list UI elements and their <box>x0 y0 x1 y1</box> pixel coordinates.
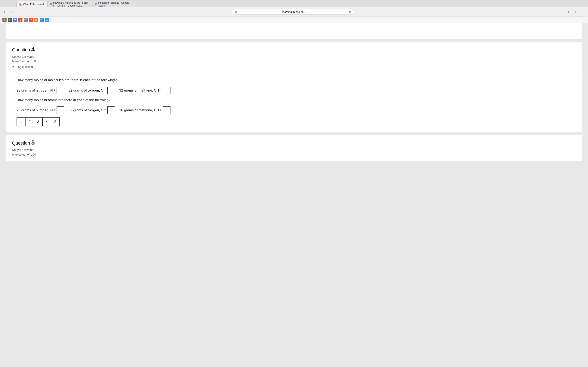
molecule-methane: 32 grams of methane, CH4 <box>119 87 171 94</box>
page-content: Question 4 Not yet answered Marked out o… <box>0 23 588 172</box>
question-4-number: 4 <box>31 46 35 53</box>
num-btn-2[interactable]: 2 <box>25 117 34 126</box>
bookmark-m[interactable]: m <box>34 18 38 22</box>
share-button[interactable]: ⬆ <box>565 9 571 15</box>
question-4-marks: Marked out of 1.00 <box>12 59 576 63</box>
flag-question-4-label: Flag question <box>16 65 33 68</box>
url-text: learning.fresno.edu <box>239 10 349 13</box>
tab-label-google1: how many molecules are in 16g of methane… <box>53 1 90 7</box>
question-5-meta: Not yet answered Marked out of 1.00 <box>12 148 576 157</box>
atom-oxygen-label: 32 grams of oxygen, O <box>68 108 104 112</box>
question-5-header: Question 5 Not yet answered Marked out o… <box>6 135 582 161</box>
question-4-title: Question 4 <box>12 46 576 53</box>
address-bar[interactable]: 🔒 learning.fresno.edu ↻ <box>232 9 354 15</box>
atom-oxygen: 32 grams of oxygen, O2 <box>68 106 115 114</box>
molecule-oxygen: 32 grams of oxygen, O2 <box>68 87 115 94</box>
bookmark-box[interactable]: □ <box>45 18 49 22</box>
question-4-molecules-row: 28 grams of nitrogen, N2 32 grams of oxy… <box>17 87 571 94</box>
number-buttons: 1 2 3 4 5 <box>17 117 571 126</box>
molecule-methane-label: 32 grams of methane, CH <box>119 89 159 92</box>
prev-question-stub <box>6 23 582 39</box>
tab-label-chap17: Chap 17 homework <box>23 3 44 6</box>
atom-oxygen-answer-box[interactable] <box>107 106 115 114</box>
question-4-molecules-intro: How many moles of molecules are there in… <box>17 78 571 83</box>
molecule-nitrogen-label: 28 grams of nitrogen, N <box>17 89 53 92</box>
bookmark-star[interactable]: ★ <box>13 18 17 22</box>
bookmark-sn[interactable]: SN <box>29 18 33 22</box>
nav-buttons: ⊡ ‹ › <box>2 9 22 15</box>
atom-methane-label: 16 grams of methane, CH <box>119 108 159 112</box>
question-5-card: Question 5 Not yet answered Marked out o… <box>6 135 582 161</box>
num-btn-5[interactable]: 5 <box>51 117 60 126</box>
reload-button[interactable]: ↻ <box>349 10 351 13</box>
tab-google2[interactable]: G screenshot on mac - Google Search <box>93 1 138 7</box>
tab-chap17[interactable]: 🏠 Chap 17 homework <box>16 1 47 7</box>
num-btn-1[interactable]: 1 <box>17 117 26 126</box>
atom-nitrogen: 28 grams of nitrogen, N2 <box>17 106 64 114</box>
atom-methane-sub: 4 <box>160 109 161 112</box>
question-4-meta: Not yet answered Marked out of 1.00 <box>12 54 576 64</box>
tab-favicon-google2: G <box>95 3 97 6</box>
atom-nitrogen-sub: 2 <box>54 109 55 112</box>
atom-nitrogen-label: 28 grams of nitrogen, N <box>17 108 53 112</box>
question-4-body: How many moles of molecules are there in… <box>6 73 582 132</box>
browser-toolbar: ⊡ ‹ › 🔒 learning.fresno.edu ↻ ⬆ + ⊞ <box>0 7 588 16</box>
question-5-number: 5 <box>31 139 35 146</box>
question-4-status: Not yet answered <box>12 54 576 59</box>
question-5-title: Question 5 <box>12 139 576 146</box>
molecule-oxygen-sub: 2 <box>104 89 106 92</box>
bookmark-notifications[interactable]: 🔔 <box>2 18 7 22</box>
tabs-bar: 🏠 Chap 17 homework G how many molecules … <box>0 0 588 7</box>
atom-oxygen-sub: 2 <box>104 109 106 112</box>
new-tab-button[interactable]: + <box>572 9 578 15</box>
question-4-card: Question 4 Not yet answered Marked out o… <box>6 42 582 132</box>
tab-google1[interactable]: G how many molecules are in 16g of metha… <box>47 1 92 7</box>
bookmark-sd[interactable]: SD <box>24 18 28 22</box>
molecule-nitrogen-sub: 2 <box>54 89 55 92</box>
molecule-oxygen-answer-box[interactable] <box>107 87 115 94</box>
browser-chrome: 🏠 Chap 17 homework G how many molecules … <box>0 0 588 23</box>
molecule-nitrogen: 28 grams of nitrogen, N2 <box>17 87 64 94</box>
molecule-oxygen-label: 32 grams of oxygen, O <box>68 89 104 92</box>
molecule-methane-sub: 4 <box>160 89 161 92</box>
atom-methane-answer-box[interactable] <box>163 106 171 114</box>
bookmark-p[interactable]: P <box>8 18 12 22</box>
question-4-atoms-row: 28 grams of nitrogen, N2 32 grams of oxy… <box>17 106 571 114</box>
question-5-status: Not yet answered <box>12 148 576 152</box>
tab-overview-button[interactable]: ⊞ <box>580 9 586 15</box>
tab-favicon-google1: G <box>50 3 52 6</box>
forward-button[interactable]: › <box>16 9 22 15</box>
molecule-nitrogen-answer-box[interactable] <box>57 87 64 94</box>
bookmark-list[interactable]: ≡ <box>40 18 44 22</box>
back-button[interactable]: ‹ <box>9 9 15 15</box>
num-btn-4[interactable]: 4 <box>42 117 51 126</box>
sidebar-toggle-button[interactable]: ⊡ <box>2 9 8 15</box>
question-4-header: Question 4 Not yet answered Marked out o… <box>6 42 582 73</box>
browser-actions: ⬆ + ⊞ <box>565 9 586 15</box>
flag-question-4-button[interactable]: ⚑ Flag question <box>12 65 576 68</box>
atom-nitrogen-answer-box[interactable] <box>57 106 64 114</box>
question-4-atoms-intro: How many moles of atoms are there in eac… <box>17 98 571 103</box>
tab-label-google2: screenshot on mac - Google Search <box>98 1 135 7</box>
bookmark-c[interactable]: C <box>18 18 22 22</box>
molecule-methane-answer-box[interactable] <box>163 87 171 94</box>
num-btn-3[interactable]: 3 <box>34 117 43 126</box>
bookmarks-bar: 🔔 P ★ C SD SN m ≡ □ <box>0 16 588 23</box>
atom-methane: 16 grams of methane, CH4 <box>119 106 171 114</box>
lock-icon: 🔒 <box>234 11 237 13</box>
flag-icon: ⚑ <box>12 65 15 68</box>
question-5-marks: Marked out of 1.00 <box>12 152 576 157</box>
tab-favicon-chap17: 🏠 <box>19 3 22 6</box>
